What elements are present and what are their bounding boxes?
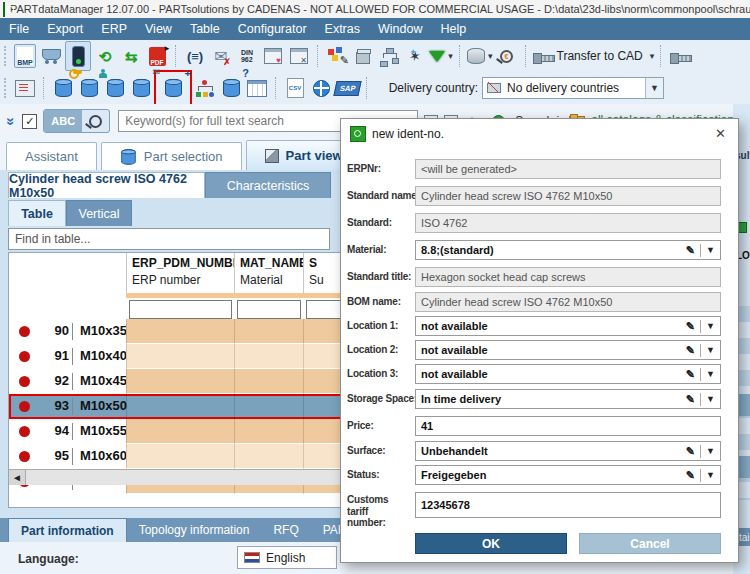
transfer-to-cad-button[interactable]: Transfer to CAD ▾ <box>533 42 655 70</box>
3d-part-dropdown-button[interactable]: ▾ <box>467 42 493 70</box>
ok-button[interactable]: OK <box>415 533 567 554</box>
database-user-icon[interactable] <box>77 74 101 102</box>
scroll-left-button[interactable]: ◄ <box>9 470 26 485</box>
traffic-light-icon[interactable] <box>65 41 91 71</box>
refresh-icon[interactable]: ⟲ <box>93 42 117 70</box>
close-icon[interactable]: ✕ <box>715 126 726 141</box>
horizontal-scrollbar[interactable]: ◄ <box>9 469 387 485</box>
collapse-chevrons-icon[interactable]: « <box>0 117 17 125</box>
screw-icon[interactable] <box>668 42 692 70</box>
column-header-erp[interactable]: ERP_PDM_NUMBER ERP number <box>126 253 234 293</box>
chevron-down-icon[interactable]: ▼ <box>701 321 715 331</box>
table-row[interactable]: 90M10x35 <box>9 319 387 344</box>
chevron-down-icon[interactable]: ▼ <box>645 78 663 98</box>
find-in-table-input[interactable] <box>8 228 330 250</box>
filter-dropdown-button[interactable]: ▾ <box>429 42 453 70</box>
customs-tariff-input[interactable]: 12345678 <box>415 492 721 518</box>
menu-window[interactable]: Window <box>369 22 431 36</box>
menu-view[interactable]: View <box>136 22 181 36</box>
location-3-combo[interactable]: not available✎▼ <box>415 364 721 384</box>
bom-name-value: Cylinder head screw ISO 4762 M10x50 <box>415 292 721 312</box>
magic-wand-icon[interactable]: ✶ <box>403 42 427 70</box>
edit-pencil-icon[interactable]: ✎ <box>686 368 701 381</box>
tab-part-information[interactable]: Part information <box>8 518 127 542</box>
status-combo[interactable]: Freigegeben✎▼ <box>415 465 721 485</box>
storage-space-combo[interactable]: In time delivery✎▼ <box>415 389 721 409</box>
database-key-icon[interactable] <box>51 74 75 102</box>
close-table-window-icon[interactable]: ✕ <box>287 42 311 70</box>
insert-box-icon[interactable] <box>351 42 375 70</box>
din-962-icon[interactable]: DIN962 <box>235 42 259 70</box>
surface-combo[interactable]: Unbehandelt✎▼ <box>415 441 721 461</box>
database-mail-icon[interactable]: ✉ <box>129 74 153 102</box>
table-grid-icon[interactable] <box>245 74 269 102</box>
mail-remove-icon[interactable]: ✉ <box>209 42 233 70</box>
flag-icon <box>244 552 260 563</box>
chevron-down-icon[interactable]: ▼ <box>701 394 715 404</box>
tab-part-name[interactable]: Cylinder head screw ISO 4762 M10x50 <box>8 172 205 198</box>
table-row[interactable]: 91M10x40 <box>9 344 387 369</box>
price-input[interactable]: 41 <box>415 416 721 436</box>
edit-pencil-icon[interactable]: ✎ <box>686 469 701 482</box>
edit-pencil-icon[interactable]: ✎ <box>686 445 701 458</box>
tab-rfq[interactable]: RFQ <box>261 518 310 542</box>
edit-pencil-icon[interactable]: ✎ <box>686 320 701 333</box>
tab-part-selection[interactable]: Part selection <box>101 142 242 170</box>
favorites-window-icon[interactable]: ♥ <box>261 42 285 70</box>
table-row[interactable]: 92M10x45 <box>9 369 387 394</box>
cancel-button[interactable]: Cancel <box>579 533 721 554</box>
bmp-export-button[interactable]: BMP <box>13 42 37 70</box>
location-1-combo[interactable]: not available✎▼ <box>415 316 721 336</box>
abc-mode-button[interactable]: ABC <box>44 110 82 132</box>
export-exchange-icon[interactable]: ⇆ <box>119 42 143 70</box>
edit-pencil-icon[interactable]: ✎ <box>686 393 701 406</box>
table-row[interactable]: 95M10x60 <box>9 444 387 469</box>
formula-icon[interactable]: (≡) <box>183 42 207 70</box>
menu-table[interactable]: Table <box>181 22 229 36</box>
chevron-down-icon[interactable]: ▼ <box>701 446 715 456</box>
csv-export-icon[interactable]: CSV <box>283 74 307 102</box>
hierarchy-icon[interactable] <box>377 42 401 70</box>
chevron-down-icon[interactable]: ▼ <box>701 369 715 379</box>
database-icon[interactable] <box>103 74 127 102</box>
database-question-icon[interactable]: ? <box>219 74 243 102</box>
tab-vertical[interactable]: Vertical <box>66 200 132 226</box>
database-tree-icon[interactable] <box>193 74 217 102</box>
location-2-combo[interactable]: not available✎▼ <box>415 340 721 360</box>
chevron-down-icon[interactable]: ▼ <box>701 470 715 480</box>
menu-export[interactable]: Export <box>38 22 92 36</box>
menu-help[interactable]: Help <box>431 22 475 36</box>
pdf-export-icon[interactable]: PDF <box>145 42 169 70</box>
language-select[interactable]: English <box>237 546 337 569</box>
search-mode-button[interactable] <box>82 115 109 128</box>
dialog-titlebar[interactable]: new ident-no. ✕ <box>341 119 738 147</box>
filter-input-erp[interactable] <box>129 300 232 319</box>
menu-extras[interactable]: Extras <box>316 22 369 36</box>
window-list-icon[interactable] <box>13 74 37 102</box>
price-search-icon[interactable]: € <box>495 42 519 70</box>
menu-configurator[interactable]: Configurator <box>229 22 316 36</box>
chevron-down-icon[interactable]: ▼ <box>701 345 715 355</box>
table-row[interactable]: 94M10x55 <box>9 419 387 444</box>
column-header-material[interactable]: MAT_NAME Material <box>234 253 303 293</box>
shopping-cart-icon[interactable] <box>39 42 63 70</box>
chevron-down-icon[interactable]: ▼ <box>701 245 715 255</box>
tab-assistant[interactable]: Assistant <box>6 142 97 170</box>
edit-pencil-icon[interactable]: ✎ <box>686 244 701 257</box>
table-row-selected[interactable]: 93M10x50 <box>9 394 387 419</box>
globe-icon[interactable] <box>309 74 333 102</box>
database-add-icon[interactable]: + <box>161 74 185 102</box>
edit-pencil-icon[interactable]: ✎ <box>686 344 701 357</box>
delivery-country-select[interactable]: No delivery countries ▼ <box>482 77 664 99</box>
filter-input-material[interactable] <box>237 300 301 319</box>
status-dot-icon <box>19 451 30 462</box>
tab-table[interactable]: Table <box>8 200 66 226</box>
tab-characteristics[interactable]: Characteristics <box>205 172 331 198</box>
material-combo[interactable]: 8.8;(standard)✎▼ <box>415 240 721 260</box>
search-checkbox[interactable]: ✓ <box>22 114 37 129</box>
menu-erp[interactable]: ERP <box>92 22 136 36</box>
menu-file[interactable]: File <box>0 22 38 36</box>
tab-topology-information[interactable]: Topology information <box>127 518 262 542</box>
edit-blocks-icon[interactable] <box>325 42 349 70</box>
sap-icon[interactable]: SAP <box>335 74 360 102</box>
